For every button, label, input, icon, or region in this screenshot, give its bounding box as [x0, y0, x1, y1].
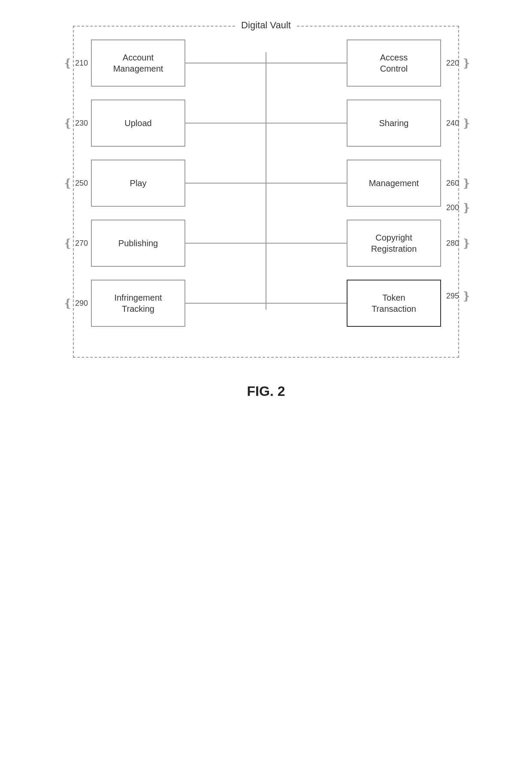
ref-220: 220 ❵: [446, 57, 471, 69]
bracket-right-2: ❵: [462, 118, 471, 129]
ref-230: ❴ 230: [63, 118, 88, 129]
outer-dashed-border: Digital Vault ❴ 210 AccountManagement: [73, 26, 459, 358]
token-transaction-box: TokenTransaction: [347, 280, 441, 327]
copyright-registration-label: CopyrightRegistration: [371, 232, 417, 254]
publishing-label: Publishing: [118, 238, 158, 249]
ref-number-220: 220: [446, 59, 459, 68]
management-box: Management: [347, 160, 441, 207]
sharing-label: Sharing: [379, 118, 409, 129]
ref-210: ❴ 210: [63, 57, 88, 69]
bracket-left-4: ❴: [63, 238, 73, 249]
ref-260: 260 ❵: [446, 178, 471, 189]
ref-250: ❴ 250: [63, 178, 88, 189]
digital-vault-title: Digital Vault: [236, 20, 296, 31]
bracket-left-2: ❴: [63, 118, 73, 129]
access-control-box: AccessControl: [347, 39, 441, 87]
ref-280: 280 ❵: [446, 238, 471, 249]
center-vertical-line: [266, 52, 266, 310]
bracket-left-5: ❴: [63, 298, 73, 309]
upload-label: Upload: [124, 118, 151, 129]
ref-number-280: 280: [446, 239, 459, 248]
sharing-box: Sharing: [347, 100, 441, 147]
account-management-box: AccountManagement: [91, 39, 185, 87]
inner-content: ❴ 210 AccountManagement AccessControl 2: [91, 39, 441, 327]
ref-number-240: 240: [446, 119, 459, 128]
management-label: Management: [369, 178, 419, 189]
infringement-tracking-label: InfringementTracking: [114, 292, 162, 314]
ref-270: ❴ 270: [63, 238, 88, 249]
ref-240: 240 ❵: [446, 118, 471, 129]
account-management-label: AccountManagement: [113, 52, 163, 74]
copyright-registration-box: CopyrightRegistration: [347, 220, 441, 267]
infringement-tracking-box: InfringementTracking: [91, 280, 185, 327]
bracket-right-200: ❵: [462, 202, 471, 213]
figure-caption: FIG. 2: [247, 383, 285, 399]
ref-number-270: 270: [75, 239, 88, 248]
publishing-box: Publishing: [91, 220, 185, 267]
bracket-left-3: ❴: [63, 178, 73, 189]
page-container: Digital Vault ❴ 210 AccountManagement: [0, 0, 532, 757]
ref-295: 295 ❵: [446, 290, 471, 302]
ref-200: 200 ❵: [446, 202, 471, 213]
ref-number-200: 200: [446, 203, 459, 212]
bracket-right-4: ❵: [462, 238, 471, 249]
ref-number-250: 250: [75, 179, 88, 188]
diagram-wrapper: Digital Vault ❴ 210 AccountManagement: [73, 26, 459, 358]
ref-number-230: 230: [75, 119, 88, 128]
ref-number-260: 260: [446, 179, 459, 188]
bracket-right-5: ❵: [462, 290, 471, 302]
upload-box: Upload: [91, 100, 185, 147]
ref-number-295: 295: [446, 292, 459, 301]
ref-290: ❴ 290: [63, 298, 88, 309]
play-box: Play: [91, 160, 185, 207]
bracket-right-3: ❵: [462, 178, 471, 189]
ref-number-290: 290: [75, 299, 88, 308]
play-label: Play: [130, 178, 147, 189]
bracket-right-1: ❵: [462, 57, 471, 69]
access-control-label: AccessControl: [380, 52, 408, 74]
token-transaction-label: TokenTransaction: [372, 292, 416, 314]
ref-number-210: 210: [75, 59, 88, 68]
bracket-left-1: ❴: [63, 57, 73, 69]
